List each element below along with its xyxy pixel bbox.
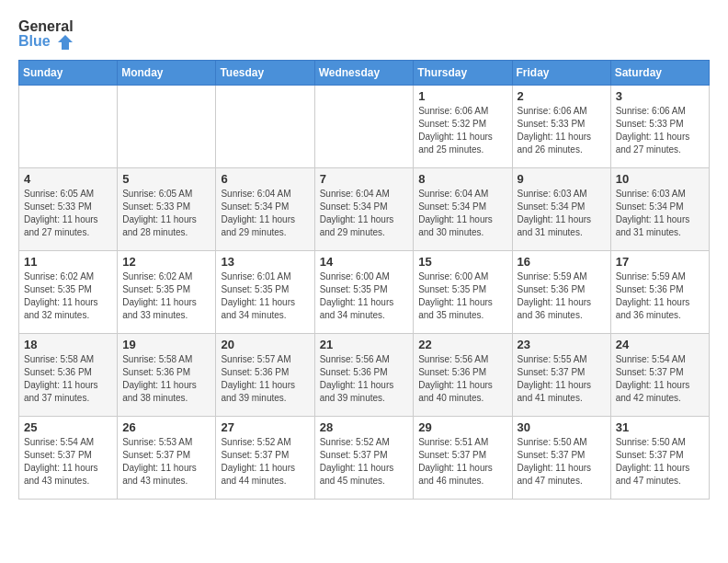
day-info: Sunrise: 6:05 AMSunset: 5:33 PMDaylight:… <box>122 188 210 239</box>
day-number: 29 <box>418 420 506 434</box>
calendar-cell: 3Sunrise: 6:06 AMSunset: 5:33 PMDaylight… <box>610 86 709 168</box>
day-number: 22 <box>418 338 506 351</box>
day-info: Sunrise: 6:01 AMSunset: 5:35 PMDaylight:… <box>221 270 309 322</box>
calendar-cell: 28Sunrise: 5:52 AMSunset: 5:37 PMDayligh… <box>314 417 414 500</box>
calendar-cell: 13Sunrise: 6:01 AMSunset: 5:35 PMDayligh… <box>216 251 314 334</box>
day-number: 21 <box>320 338 409 351</box>
calendar-cell: 15Sunrise: 6:00 AMSunset: 5:35 PMDayligh… <box>414 251 512 334</box>
day-number: 26 <box>122 420 210 434</box>
calendar-cell: 21Sunrise: 5:56 AMSunset: 5:36 PMDayligh… <box>314 334 414 417</box>
calendar-week-3: 11Sunrise: 6:02 AMSunset: 5:35 PMDayligh… <box>19 251 710 334</box>
day-info: Sunrise: 6:04 AMSunset: 5:34 PMDaylight:… <box>221 188 309 239</box>
day-number: 14 <box>320 255 409 269</box>
day-info: Sunrise: 6:02 AMSunset: 5:35 PMDaylight:… <box>122 270 210 322</box>
day-number: 8 <box>418 172 506 186</box>
day-number: 28 <box>320 420 409 434</box>
calendar-cell: 2Sunrise: 6:06 AMSunset: 5:33 PMDaylight… <box>512 86 610 168</box>
calendar-cell: 6Sunrise: 6:04 AMSunset: 5:34 PMDaylight… <box>216 168 314 251</box>
calendar-table: SundayMondayTuesdayWednesdayThursdayFrid… <box>18 60 710 500</box>
day-info: Sunrise: 6:00 AMSunset: 5:35 PMDaylight:… <box>418 270 506 322</box>
calendar-week-4: 18Sunrise: 5:58 AMSunset: 5:36 PMDayligh… <box>19 334 710 417</box>
day-info: Sunrise: 5:59 AMSunset: 5:36 PMDaylight:… <box>616 270 704 322</box>
calendar-cell: 10Sunrise: 6:03 AMSunset: 5:34 PMDayligh… <box>610 168 709 251</box>
day-number: 3 <box>616 89 704 103</box>
calendar-cell: 12Sunrise: 6:02 AMSunset: 5:35 PMDayligh… <box>118 251 216 334</box>
day-info: Sunrise: 5:58 AMSunset: 5:36 PMDaylight:… <box>24 353 112 405</box>
day-info: Sunrise: 5:54 AMSunset: 5:37 PMDaylight:… <box>616 353 704 405</box>
day-header-friday: Friday <box>512 61 610 86</box>
calendar-cell <box>314 86 414 168</box>
day-number: 20 <box>221 338 309 351</box>
calendar-cell: 19Sunrise: 5:58 AMSunset: 5:36 PMDayligh… <box>118 334 216 417</box>
day-number: 27 <box>221 420 309 434</box>
day-info: Sunrise: 6:06 AMSunset: 5:33 PMDaylight:… <box>518 105 606 156</box>
day-info: Sunrise: 6:05 AMSunset: 5:33 PMDaylight:… <box>24 188 112 239</box>
calendar-cell: 4Sunrise: 6:05 AMSunset: 5:33 PMDaylight… <box>19 168 118 251</box>
day-number: 12 <box>122 255 210 269</box>
calendar-cell: 23Sunrise: 5:55 AMSunset: 5:37 PMDayligh… <box>512 334 610 417</box>
calendar-week-1: 1Sunrise: 6:06 AMSunset: 5:32 PMDaylight… <box>19 86 710 168</box>
calendar-week-2: 4Sunrise: 6:05 AMSunset: 5:33 PMDaylight… <box>19 168 710 251</box>
day-number: 5 <box>122 172 210 186</box>
logo: General Blue <box>18 18 74 51</box>
calendar-cell <box>118 86 216 168</box>
calendar-cell: 11Sunrise: 6:02 AMSunset: 5:35 PMDayligh… <box>19 251 118 334</box>
day-info: Sunrise: 5:56 AMSunset: 5:36 PMDaylight:… <box>418 353 506 405</box>
day-number: 2 <box>518 89 606 103</box>
day-info: Sunrise: 6:03 AMSunset: 5:34 PMDaylight:… <box>518 188 606 239</box>
day-info: Sunrise: 5:58 AMSunset: 5:36 PMDaylight:… <box>122 353 210 405</box>
day-number: 11 <box>24 255 112 269</box>
day-header-saturday: Saturday <box>610 61 709 86</box>
day-number: 16 <box>518 255 606 269</box>
day-info: Sunrise: 5:52 AMSunset: 5:37 PMDaylight:… <box>320 436 409 488</box>
day-header-sunday: Sunday <box>19 61 118 86</box>
calendar-cell: 24Sunrise: 5:54 AMSunset: 5:37 PMDayligh… <box>610 334 709 417</box>
day-info: Sunrise: 6:02 AMSunset: 5:35 PMDaylight:… <box>24 270 112 322</box>
calendar-week-5: 25Sunrise: 5:54 AMSunset: 5:37 PMDayligh… <box>19 417 710 500</box>
day-info: Sunrise: 6:04 AMSunset: 5:34 PMDaylight:… <box>418 188 506 239</box>
day-info: Sunrise: 5:53 AMSunset: 5:37 PMDaylight:… <box>122 436 210 488</box>
calendar-cell: 29Sunrise: 5:51 AMSunset: 5:37 PMDayligh… <box>414 417 512 500</box>
calendar-cell: 18Sunrise: 5:58 AMSunset: 5:36 PMDayligh… <box>19 334 118 417</box>
calendar-cell: 9Sunrise: 6:03 AMSunset: 5:34 PMDaylight… <box>512 168 610 251</box>
day-number: 6 <box>221 172 309 186</box>
calendar-cell: 8Sunrise: 6:04 AMSunset: 5:34 PMDaylight… <box>414 168 512 251</box>
calendar-cell: 16Sunrise: 5:59 AMSunset: 5:36 PMDayligh… <box>512 251 610 334</box>
page-header: General Blue <box>18 18 710 51</box>
day-info: Sunrise: 5:54 AMSunset: 5:37 PMDaylight:… <box>24 436 112 488</box>
day-number: 1 <box>418 89 506 103</box>
day-header-thursday: Thursday <box>414 61 512 86</box>
day-number: 19 <box>122 338 210 351</box>
day-header-monday: Monday <box>118 61 216 86</box>
calendar-cell: 25Sunrise: 5:54 AMSunset: 5:37 PMDayligh… <box>19 417 118 500</box>
day-info: Sunrise: 5:50 AMSunset: 5:37 PMDaylight:… <box>518 436 606 488</box>
day-info: Sunrise: 5:55 AMSunset: 5:37 PMDaylight:… <box>518 353 606 405</box>
day-info: Sunrise: 6:04 AMSunset: 5:34 PMDaylight:… <box>320 188 409 239</box>
day-info: Sunrise: 5:51 AMSunset: 5:37 PMDaylight:… <box>418 436 506 488</box>
day-number: 13 <box>221 255 309 269</box>
calendar-cell: 1Sunrise: 6:06 AMSunset: 5:32 PMDaylight… <box>414 86 512 168</box>
day-info: Sunrise: 5:56 AMSunset: 5:36 PMDaylight:… <box>320 353 409 405</box>
calendar-cell: 14Sunrise: 6:00 AMSunset: 5:35 PMDayligh… <box>314 251 414 334</box>
day-header-wednesday: Wednesday <box>314 61 414 86</box>
day-number: 30 <box>518 420 606 434</box>
day-info: Sunrise: 5:59 AMSunset: 5:36 PMDaylight:… <box>518 270 606 322</box>
day-info: Sunrise: 5:52 AMSunset: 5:37 PMDaylight:… <box>221 436 309 488</box>
calendar-cell: 22Sunrise: 5:56 AMSunset: 5:36 PMDayligh… <box>414 334 512 417</box>
calendar-cell: 17Sunrise: 5:59 AMSunset: 5:36 PMDayligh… <box>610 251 709 334</box>
day-number: 18 <box>24 338 112 351</box>
day-number: 23 <box>518 338 606 351</box>
day-number: 10 <box>616 172 704 186</box>
day-number: 17 <box>616 255 704 269</box>
day-number: 25 <box>24 420 112 434</box>
calendar-cell: 5Sunrise: 6:05 AMSunset: 5:33 PMDaylight… <box>118 168 216 251</box>
day-info: Sunrise: 6:00 AMSunset: 5:35 PMDaylight:… <box>320 270 409 322</box>
calendar-cell <box>216 86 314 168</box>
day-number: 15 <box>418 255 506 269</box>
day-info: Sunrise: 6:06 AMSunset: 5:32 PMDaylight:… <box>418 105 506 156</box>
day-info: Sunrise: 6:06 AMSunset: 5:33 PMDaylight:… <box>616 105 704 156</box>
day-info: Sunrise: 5:50 AMSunset: 5:37 PMDaylight:… <box>616 436 704 488</box>
day-number: 31 <box>616 420 704 434</box>
logo-arrow-icon <box>56 34 73 51</box>
calendar-cell: 26Sunrise: 5:53 AMSunset: 5:37 PMDayligh… <box>118 417 216 500</box>
